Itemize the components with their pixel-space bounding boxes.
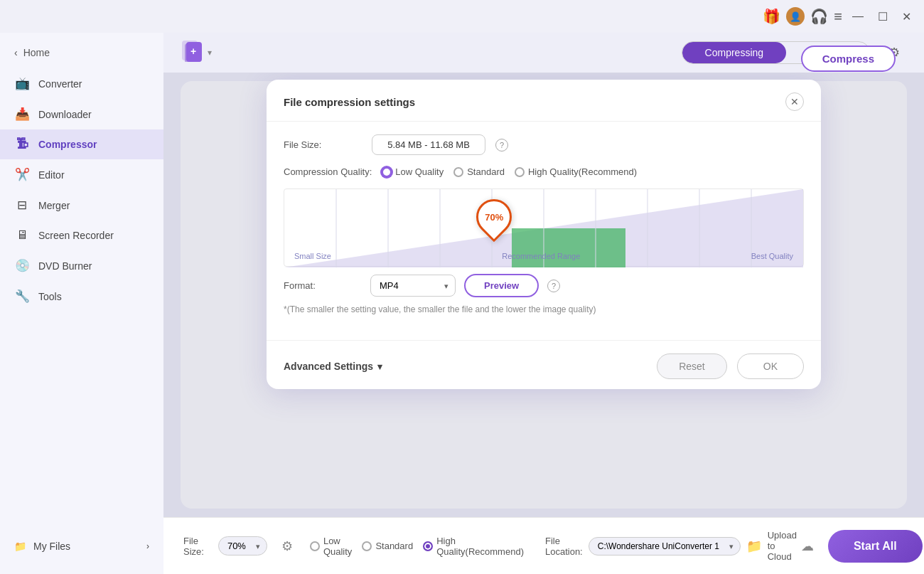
- svg-rect-5: [512, 228, 625, 267]
- modal-compression-settings: File compression settings ✕ File Size: 5…: [267, 80, 821, 389]
- menu-icon[interactable]: ≡: [834, 9, 842, 25]
- folder-icon: 📁: [14, 541, 26, 552]
- bottom-high-quality-option[interactable]: High Quality(Recommend): [423, 536, 524, 557]
- radio-low-quality: [382, 167, 392, 177]
- sidebar-item-tools[interactable]: 🔧 Tools: [0, 281, 163, 312]
- close-icon: ✕: [790, 96, 799, 107]
- file-location-section: File Location: C:\Wondershare UniConvert…: [545, 530, 814, 562]
- preview-help-icon[interactable]: ?: [547, 280, 560, 292]
- chart-labels: Small Size Recommended Range Best Qualit…: [284, 252, 803, 260]
- sidebar-item-compressor[interactable]: 🗜 Compressor: [0, 129, 163, 159]
- sidebar-item-my-files[interactable]: 📁 My Files ›: [0, 533, 163, 560]
- downloader-icon: 📥: [14, 107, 30, 122]
- tools-icon: 🔧: [14, 289, 30, 304]
- sidebar-home[interactable]: ‹ Home: [0, 40, 163, 65]
- titlebar: 🎁 👤 🎧 ≡ — ☐ ✕: [0, 0, 924, 33]
- my-files-label: My Files: [33, 541, 70, 552]
- advanced-settings-label: Advanced Settings: [284, 361, 373, 372]
- file-size-value: 5.84 MB - 11.68 MB: [372, 134, 485, 155]
- compression-quality-row: Compression Quality: Low Quality Standar…: [284, 166, 804, 177]
- bottom-high-quality-label: High Quality(Recommend): [436, 536, 524, 557]
- file-size-help-icon[interactable]: ?: [495, 139, 508, 152]
- titlebar-icons: 🎁 👤 🎧 ≡ — ☐ ✕: [763, 7, 915, 26]
- editor-label: Editor: [38, 169, 65, 181]
- recommended-range-label: Recommended Range: [502, 252, 580, 260]
- slider-value: 70%: [485, 212, 503, 223]
- sidebar-item-editor[interactable]: ✂️ Editor: [0, 159, 163, 190]
- thumb-pin: 70%: [469, 192, 520, 243]
- upload-to-cloud-label: Upload to Cloud: [768, 530, 797, 562]
- logo-chevron-icon: ▾: [208, 48, 212, 58]
- minimize-button[interactable]: —: [848, 9, 868, 24]
- close-button[interactable]: ✕: [898, 9, 915, 25]
- reset-button[interactable]: Reset: [657, 354, 727, 379]
- ok-button[interactable]: OK: [737, 354, 804, 379]
- maximize-button[interactable]: ☐: [874, 9, 892, 25]
- quality-option-high[interactable]: High Quality(Recommend): [515, 166, 637, 177]
- advanced-row: Advanced Settings ▾ Reset OK: [267, 344, 821, 389]
- app-logo: + ▾: [181, 39, 212, 66]
- file-size-label: File Size:: [284, 139, 362, 150]
- preview-button[interactable]: Preview: [464, 274, 539, 297]
- compressor-label: Compressor: [38, 139, 97, 150]
- file-location-select[interactable]: C:\Wondershare UniConverter 1: [589, 537, 741, 556]
- small-size-label: Small Size: [294, 252, 331, 260]
- home-label: Home: [23, 47, 50, 58]
- bottom-file-size-label: File Size:: [183, 536, 204, 557]
- converter-icon: 📺: [14, 76, 30, 91]
- modal-title: File compression settings: [284, 96, 415, 108]
- file-size-select-wrapper: 70% 50% 80%: [218, 536, 267, 556]
- quality-option-low[interactable]: Low Quality: [382, 166, 444, 177]
- compressor-icon: 🗜: [14, 137, 30, 152]
- advanced-settings-button[interactable]: Advanced Settings ▾: [284, 361, 382, 372]
- bottom-bar: File Size: 70% 50% 80% ⚙ Low Quality St: [163, 517, 924, 574]
- modal-body: File Size: 5.84 MB - 11.68 MB ? Compress…: [267, 122, 821, 337]
- content-area: File compression settings ✕ File Size: 5…: [163, 73, 924, 517]
- modal-header: File compression settings ✕: [267, 80, 821, 122]
- folder-browse-icon[interactable]: 📁: [746, 538, 762, 554]
- sidebar-item-merger[interactable]: ⊟ Merger: [0, 190, 163, 220]
- compression-quality-label: Compression Quality:: [284, 166, 372, 177]
- sidebar-item-downloader[interactable]: 📥 Downloader: [0, 99, 163, 129]
- app-body: ‹ Home 📺 Converter 📥 Downloader 🗜 Compre…: [0, 33, 924, 574]
- upload-to-cloud-button[interactable]: Upload to Cloud ☁: [768, 530, 814, 562]
- headset-icon[interactable]: 🎧: [810, 8, 828, 25]
- downloader-label: Downloader: [38, 109, 92, 120]
- sidebar-item-dvd-burner[interactable]: 💿 DVD Burner: [0, 250, 163, 281]
- file-location-label: File Location:: [545, 536, 583, 557]
- file-size-select[interactable]: 70% 50% 80%: [218, 536, 267, 556]
- modal-close-button[interactable]: ✕: [785, 92, 804, 111]
- modal-overlay: File compression settings ✕ File Size: 5…: [163, 73, 924, 517]
- sidebar-item-converter[interactable]: 📺 Converter: [0, 68, 163, 99]
- dvd-burner-label: DVD Burner: [38, 260, 92, 272]
- svg-text:+: +: [190, 46, 196, 57]
- radio-low-quality-circle: [310, 541, 320, 551]
- slider-thumb[interactable]: 70%: [476, 199, 512, 235]
- quality-high-label: High Quality(Recommend): [528, 166, 637, 177]
- radio-high-quality-circle: [423, 541, 433, 551]
- sidebar-item-screen-recorder[interactable]: 🖥 Screen Recorder: [0, 220, 163, 250]
- bottom-standard-label: Standard: [375, 541, 413, 551]
- slider-chart[interactable]: 70% Small Size Recommended Range Best Qu…: [284, 188, 804, 267]
- compress-button[interactable]: Compress: [801, 46, 896, 72]
- bottom-low-quality-option[interactable]: Low Quality: [310, 536, 352, 557]
- format-label: Format:: [284, 280, 362, 291]
- best-quality-label: Best Quality: [751, 252, 793, 260]
- sidebar-bottom: 📁 My Files ›: [0, 526, 163, 567]
- radio-high-quality: [515, 167, 525, 177]
- tab-compressing[interactable]: Compressing: [682, 42, 786, 63]
- user-avatar[interactable]: 👤: [786, 7, 805, 26]
- converter-label: Converter: [38, 78, 82, 90]
- top-bar: + ▾ Compressing Finished ⚙ Compress: [163, 33, 924, 73]
- bottom-standard-option[interactable]: Standard: [362, 541, 413, 551]
- screen-recorder-icon: 🖥: [14, 228, 30, 243]
- file-size-row: File Size: 5.84 MB - 11.68 MB ?: [284, 134, 804, 155]
- gift-icon[interactable]: 🎁: [763, 8, 780, 25]
- editor-icon: ✂️: [14, 167, 30, 182]
- bottom-low-quality-label: Low Quality: [323, 536, 352, 557]
- quality-settings-icon-button[interactable]: ⚙: [281, 538, 293, 554]
- quality-low-label: Low Quality: [395, 166, 444, 177]
- quality-option-standard[interactable]: Standard: [453, 166, 505, 177]
- start-all-button[interactable]: Start All: [828, 530, 923, 563]
- format-select[interactable]: MP4 MOV AVI MKV: [370, 275, 456, 297]
